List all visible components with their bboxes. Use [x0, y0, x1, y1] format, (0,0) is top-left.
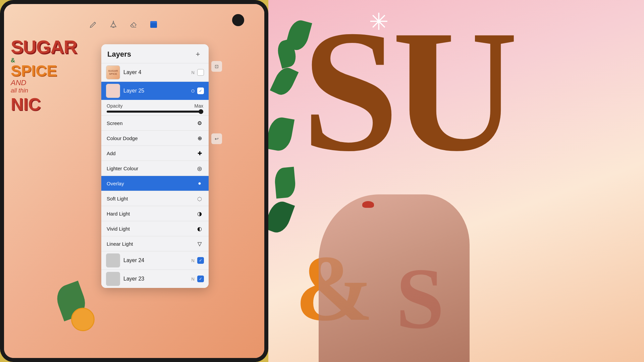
overlay-icon: ● — [196, 180, 203, 187]
layer4-mode: N — [192, 70, 195, 75]
blend-mode-add[interactable]: Add ✚ — [101, 146, 209, 161]
blend-mode-soft-light[interactable]: Soft Light ◌ — [101, 191, 209, 206]
blend-mode-overlay[interactable]: Overlay ● — [101, 176, 209, 191]
layer25-name: Layer 25 — [123, 88, 191, 94]
colour-dodge-icon: ⊕ — [196, 134, 203, 142]
hard-light-icon: ◑ — [196, 210, 203, 217]
layer4-name: Layer 4 — [123, 69, 192, 75]
add-layer-button[interactable]: + — [193, 50, 203, 59]
blend-mode-screen[interactable]: Screen ⚙ — [101, 116, 209, 130]
opacity-thumb[interactable] — [199, 109, 203, 114]
add-label: Add — [107, 150, 116, 156]
leaf-mid-left-2 — [268, 116, 294, 153]
layer23-item[interactable]: Layer 23 N — [101, 270, 209, 288]
opacity-section: Opacity Max — [101, 100, 209, 115]
layer23-name: Layer 23 — [123, 276, 192, 282]
layer24-mode: N — [192, 258, 195, 263]
opacity-fill — [107, 111, 203, 113]
layer24-thumbnail — [106, 253, 120, 267]
add-icon: ✚ — [196, 149, 203, 157]
blend-mode-hard-light[interactable]: Hard Light ◑ — [101, 206, 209, 221]
hand-overlay — [319, 194, 470, 362]
and-text: AND — [11, 78, 101, 87]
soft-light-icon: ◌ — [196, 195, 203, 202]
layer23-thumbnail — [106, 272, 120, 286]
layer23-mode: N — [192, 277, 195, 282]
leaf-lower-left — [274, 167, 297, 199]
linear-light-icon: ▽ — [196, 240, 203, 247]
large-su-text: SU — [302, 17, 512, 165]
undo-button[interactable]: ↩ — [211, 133, 222, 144]
all-things-text: all thin — [11, 87, 101, 94]
leaf-mid-left — [270, 64, 299, 98]
sugar-text: SUGAR — [11, 38, 101, 56]
camera-dot — [232, 14, 244, 26]
nice-text: NIC — [11, 94, 101, 114]
right-side-buttons: ⊡ ↩ — [211, 61, 222, 144]
ink-pen-icon[interactable] — [108, 19, 119, 30]
canvas-artwork: SUGAR & SPICE AND all thin NIC — [11, 38, 101, 114]
lighter-colour-label: Lighter Colour — [107, 166, 138, 171]
leaf-lower-left-2 — [268, 198, 295, 236]
linear-light-label: Linear Light — [107, 241, 133, 247]
right-canvas-area: ✳ SU & S — [268, 0, 644, 362]
spice-text: SPICE — [11, 63, 101, 78]
blend-mode-vivid-light[interactable]: Vivid Light ◐ — [101, 221, 209, 236]
layer23-checkbox[interactable] — [197, 276, 204, 282]
screen-label: Screen — [107, 120, 123, 126]
vivid-light-icon: ◐ — [196, 225, 203, 232]
blend-mode-colour-dodge[interactable]: Colour Dodge ⊕ — [101, 131, 209, 145]
layer25-mode: O — [191, 88, 195, 94]
pencil-icon[interactable] — [88, 19, 99, 30]
tablet-screen: SUGAR & SPICE AND all thin NIC — [4, 4, 264, 358]
layer25-thumbnail — [106, 84, 120, 98]
layers-panel-icon[interactable] — [148, 19, 159, 30]
layer-item[interactable]: SUGARSPICE Layer 4 N — [101, 63, 209, 81]
opacity-label: Opacity — [107, 103, 122, 109]
svg-rect-1 — [150, 23, 157, 28]
vivid-light-label: Vivid Light — [107, 226, 130, 232]
eraser-icon[interactable] — [128, 19, 139, 30]
hard-light-label: Hard Light — [107, 211, 130, 217]
layers-header: Layers + — [101, 44, 209, 63]
layer24-checkbox[interactable] — [197, 257, 204, 264]
toolbar — [88, 19, 159, 30]
opacity-slider[interactable] — [107, 111, 203, 113]
soft-light-label: Soft Light — [107, 196, 128, 201]
layer24-item[interactable]: Layer 24 N — [101, 251, 209, 269]
lighter-colour-icon: ◎ — [196, 165, 203, 172]
layer4-checkbox[interactable] — [197, 69, 204, 76]
layer25-checkbox[interactable] — [197, 87, 204, 94]
opacity-value: Max — [195, 103, 203, 109]
layer25-item[interactable]: Layer 25 O — [101, 82, 209, 100]
layer4-thumbnail: SUGARSPICE — [106, 65, 120, 79]
overlay-label: Overlay — [107, 181, 124, 186]
blend-mode-linear-light[interactable]: Linear Light ▽ — [101, 236, 209, 251]
opacity-row: Opacity Max — [107, 103, 203, 109]
colour-dodge-label: Colour Dodge — [107, 135, 138, 141]
blend-mode-lighter-colour[interactable]: Lighter Colour ◎ — [101, 161, 209, 176]
layer24-name: Layer 24 — [123, 257, 192, 263]
layers-title: Layers — [107, 50, 131, 59]
layers-panel: Layers + SUGARSPICE Layer 4 N Layer 25 — [101, 44, 209, 288]
fingernail — [362, 201, 374, 208]
tablet-device: SUGAR & SPICE AND all thin NIC — [0, 0, 268, 362]
screen-icon: ⚙ — [196, 119, 203, 127]
orange-fruit — [71, 308, 95, 331]
selection-button[interactable]: ⊡ — [211, 61, 222, 72]
